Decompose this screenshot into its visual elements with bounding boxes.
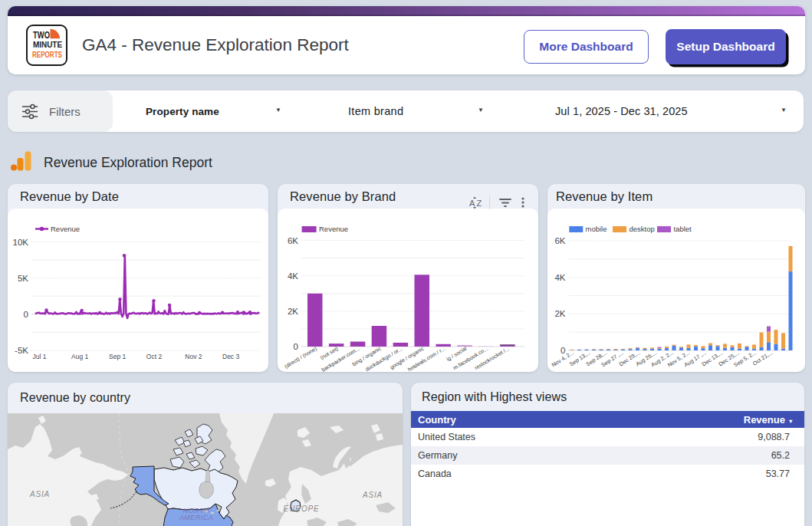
svg-text:6K: 6K: [288, 236, 298, 245]
svg-text:Revenue: Revenue: [319, 225, 348, 233]
svg-text:Nov 2: Nov 2: [185, 353, 202, 360]
svg-text:REPORTS: REPORTS: [32, 50, 62, 59]
svg-text:backpacker.com...: backpacker.com...: [321, 346, 361, 372]
svg-text:hotdeals.com / r...: hotdeals.com / r...: [407, 346, 446, 372]
svg-text:Aug 1: Aug 1: [71, 353, 88, 360]
svg-text:(direct) / (none): (direct) / (none): [284, 346, 318, 370]
svg-text:4K: 4K: [554, 273, 565, 282]
svg-text:tablet: tablet: [674, 225, 692, 233]
svg-text:Jul 1: Jul 1: [33, 353, 47, 360]
svg-text:0: 0: [24, 310, 28, 319]
svg-text:2K: 2K: [554, 309, 565, 318]
svg-text:4K: 4K: [288, 271, 298, 281]
svg-text:desktop: desktop: [630, 225, 655, 233]
svg-text:ASIA: ASIA: [29, 490, 50, 498]
svg-text:6K: 6K: [554, 236, 565, 245]
svg-text:A: A: [469, 199, 475, 208]
svg-text:ASIA: ASIA: [362, 491, 383, 499]
svg-text:mobile: mobile: [586, 225, 607, 233]
svg-text:duckduckgo / or...: duckduckgo / or...: [364, 346, 403, 372]
svg-text:Dec 3: Dec 3: [222, 353, 239, 360]
svg-text:2K: 2K: [288, 307, 298, 316]
svg-text:AMERICA: AMERICA: [179, 514, 214, 521]
svg-text:-5K: -5K: [15, 346, 28, 355]
svg-text:Revenue: Revenue: [51, 225, 80, 233]
svg-text:EUROPE: EUROPE: [283, 505, 319, 513]
svg-text:0: 0: [294, 342, 298, 351]
svg-text:TWO: TWO: [33, 30, 50, 41]
svg-text:10K: 10K: [13, 238, 29, 247]
svg-text:Sep 1: Sep 1: [109, 353, 126, 360]
svg-text:MINUTE: MINUTE: [33, 40, 62, 49]
svg-text:5K: 5K: [18, 274, 28, 283]
svg-text:Z: Z: [477, 199, 482, 208]
svg-text:Oct 2: Oct 2: [146, 353, 163, 360]
